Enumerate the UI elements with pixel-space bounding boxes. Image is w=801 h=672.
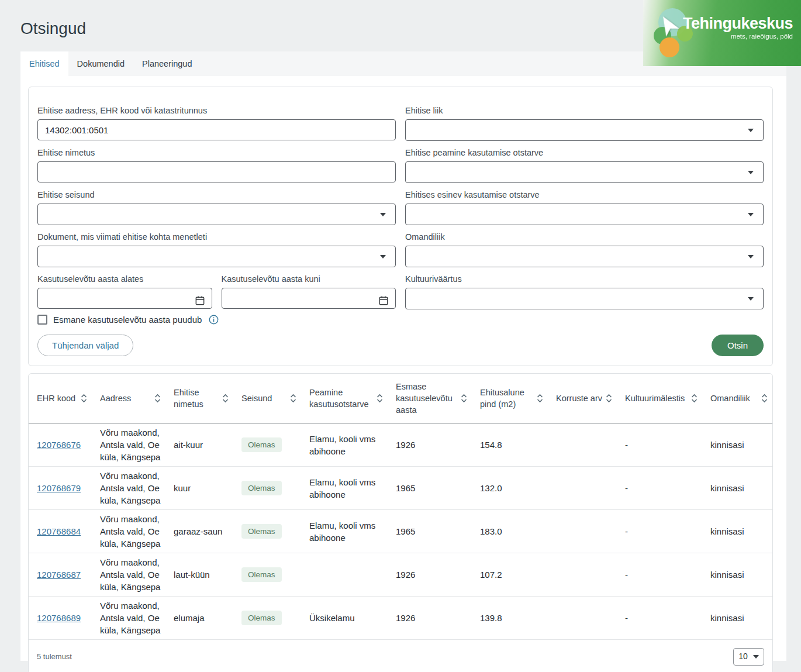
- col-esmase-aasta: Esmase kasutuselevõtu aasta: [388, 374, 472, 423]
- ehr-link[interactable]: 120768684: [37, 526, 81, 536]
- page-size-select[interactable]: 10: [733, 648, 764, 666]
- liik-select[interactable]: [405, 119, 764, 141]
- cell-korrused: [548, 553, 617, 597]
- sort-icon[interactable]: [222, 394, 229, 403]
- cell-otstarve: [301, 553, 388, 597]
- field-aasta-alates: Kasutuselevõtu aasta alates: [37, 274, 212, 309]
- sort-icon[interactable]: [537, 394, 543, 403]
- sort-icon[interactable]: [691, 394, 698, 403]
- cell-nimetus: elumaja: [165, 597, 233, 640]
- table-header-row: EHR kood Aadress Ehitise nimetus Seisund…: [29, 374, 772, 423]
- col-aadress: Aadress: [92, 374, 165, 423]
- brand-banner: Tehingukeskus mets, raieõigus, põld: [643, 0, 801, 66]
- cell-otstarve: Üksikelamu: [301, 597, 388, 640]
- cell-malestis: -: [617, 467, 702, 510]
- clear-fields-button[interactable]: Tühjendan väljad: [37, 335, 133, 356]
- cell-malestis: -: [617, 423, 702, 467]
- aasta-alates-input[interactable]: [37, 288, 212, 309]
- dropdown-caret-icon: [748, 297, 754, 301]
- cell-aasta: 1965: [388, 510, 472, 553]
- dokument-select[interactable]: [37, 246, 396, 267]
- main-panel: Ehitise aadress, EHR kood või katastritu…: [20, 76, 786, 661]
- field-dokument: Dokument, mis viimati ehitise kohta mene…: [37, 232, 396, 267]
- info-icon[interactable]: [209, 315, 219, 325]
- cell-omandiliik: kinnisasi: [702, 597, 772, 640]
- ehr-link[interactable]: 120768679: [37, 483, 81, 493]
- cell-aadress: Võru maakond, Antsla vald, Oe küla, Käng…: [92, 467, 165, 510]
- field-peamine-otstarve-label: Ehitise peamine kasutamise otstarve: [405, 148, 764, 157]
- peamine-otstarve-select[interactable]: [405, 161, 764, 183]
- table-row: 120768679 Võru maakond, Antsla vald, Oe …: [29, 467, 772, 510]
- status-badge: Olemas: [241, 611, 282, 625]
- seisund-select[interactable]: [37, 204, 396, 225]
- dropdown-caret-icon: [380, 213, 386, 216]
- cell-omandiliik: kinnisasi: [702, 467, 772, 510]
- form-actions: Tühjendan väljad Otsin: [37, 335, 764, 356]
- page-size-value: 10: [738, 650, 748, 663]
- ehr-link[interactable]: 120768689: [37, 613, 81, 623]
- ehr-link[interactable]: 120768676: [37, 440, 81, 450]
- table-row: 120768687 Võru maakond, Antsla vald, Oe …: [29, 553, 772, 597]
- col-kultuurimalestis: Kultuurimälestis: [617, 374, 702, 423]
- field-nimetus-label: Ehitise nimetus: [37, 148, 396, 157]
- results-table: EHR kood Aadress Ehitise nimetus Seisund…: [28, 373, 773, 672]
- field-address: Ehitise aadress, EHR kood või katastritu…: [37, 106, 396, 141]
- cell-otstarve: Elamu, kooli vms abihoone: [301, 467, 388, 510]
- table-row: 120768676 Võru maakond, Antsla vald, Oe …: [29, 423, 772, 467]
- cell-nimetus: kuur: [165, 467, 233, 510]
- col-ehr-kood: EHR kood: [29, 374, 92, 423]
- calendar-icon[interactable]: [378, 295, 389, 306]
- address-input[interactable]: [37, 119, 396, 140]
- cell-aadress: Võru maakond, Antsla vald, Oe küla, Käng…: [92, 510, 165, 553]
- status-badge: Olemas: [241, 481, 282, 495]
- cell-omandiliik: kinnisasi: [702, 423, 772, 467]
- dropdown-caret-icon: [748, 255, 754, 259]
- tab-dokumendid[interactable]: Dokumendid: [68, 51, 133, 76]
- tab-ehitised[interactable]: Ehitised: [20, 51, 68, 76]
- field-aasta-alates-label: Kasutuselevõtu aasta alates: [37, 274, 212, 284]
- cell-aadress: Võru maakond, Antsla vald, Oe küla, Käng…: [92, 553, 165, 597]
- cell-malestis: -: [617, 553, 702, 597]
- cell-pind: 132.0: [472, 467, 548, 510]
- field-kultuurivaartus: Kultuuriväärtus: [405, 274, 764, 309]
- dropdown-caret-icon: [753, 655, 759, 659]
- tab-planeeringud[interactable]: Planeeringud: [133, 51, 201, 76]
- field-nimetus: Ehitise nimetus: [37, 148, 396, 183]
- sort-icon[interactable]: [606, 394, 612, 403]
- field-peamine-otstarve: Ehitise peamine kasutamise otstarve: [405, 148, 764, 183]
- cell-aasta: 1926: [388, 553, 472, 597]
- cell-korrused: [548, 423, 617, 467]
- cell-pind: 154.8: [472, 423, 548, 467]
- cell-aasta: 1926: [388, 423, 472, 467]
- table-row: 120768684 Võru maakond, Antsla vald, Oe …: [29, 510, 772, 553]
- cell-korrused: [548, 467, 617, 510]
- sort-icon[interactable]: [290, 394, 296, 403]
- esinev-otstarve-select[interactable]: [405, 204, 764, 225]
- esmane-puudub-checkbox[interactable]: [37, 315, 47, 325]
- col-seisund: Seisund: [233, 374, 301, 423]
- field-aasta-kuni-label: Kasutuselevõtu aasta kuni: [222, 274, 396, 284]
- col-korruste-arv: Korruste arv: [548, 374, 617, 423]
- cell-pind: 107.2: [472, 553, 548, 597]
- status-badge: Olemas: [241, 524, 282, 539]
- brand-tagline: mets, raieõigus, põld: [683, 33, 793, 40]
- ehr-link[interactable]: 120768687: [37, 570, 81, 580]
- search-button[interactable]: Otsin: [712, 335, 764, 356]
- sort-icon[interactable]: [154, 394, 161, 403]
- kultuurivaartus-select[interactable]: [405, 288, 764, 309]
- sort-icon[interactable]: [761, 394, 768, 403]
- field-omandiliik-label: Omandiliik: [405, 232, 764, 242]
- cell-aadress: Võru maakond, Antsla vald, Oe küla, Käng…: [92, 597, 165, 640]
- omandiliik-select[interactable]: [405, 246, 764, 267]
- field-esinev-otstarve-label: Ehitises esinev kasutamise otstarve: [405, 190, 764, 199]
- year-range: Kasutuselevõtu aasta alates Kasutuselevõ…: [37, 274, 396, 309]
- aasta-kuni-input[interactable]: [222, 288, 396, 309]
- field-seisund: Ehitise seisund: [37, 190, 396, 225]
- sort-icon[interactable]: [461, 394, 467, 403]
- cell-malestis: -: [617, 597, 702, 640]
- calendar-icon[interactable]: [194, 295, 206, 306]
- field-address-label: Ehitise aadress, EHR kood või katastritu…: [37, 106, 396, 115]
- sort-icon[interactable]: [377, 394, 383, 403]
- nimetus-input[interactable]: [37, 161, 396, 182]
- sort-icon[interactable]: [81, 394, 87, 403]
